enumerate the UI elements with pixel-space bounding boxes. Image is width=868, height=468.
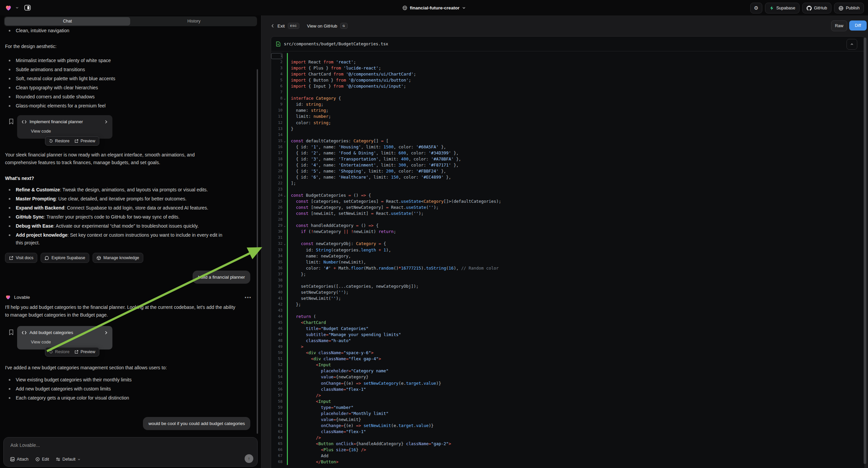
chat-history-tabs: Chat History: [4, 17, 257, 26]
assistant-header: Lovable •••: [5, 294, 253, 300]
preview-button[interactable]: Preview: [74, 350, 95, 354]
fold-chevron-icon: [282, 265, 287, 271]
fold-chevron-icon[interactable]: ⌄: [282, 138, 287, 144]
raw-toggle-button[interactable]: Raw: [831, 21, 847, 31]
view-on-github-button[interactable]: View on GitHub G: [307, 21, 348, 31]
code-text: placeholder="Category name": [288, 368, 389, 374]
settings-button[interactable]: ⚙: [750, 3, 762, 13]
version-card-add-budget-categories[interactable]: Add budget categories View code: [17, 326, 113, 350]
code-text: limit: number;: [288, 114, 331, 119]
line-number: 55: [271, 380, 282, 386]
code-text: />: [288, 392, 321, 399]
line-number: 41: [271, 295, 282, 301]
code-editor[interactable]: 12import React from 'react';3import { Pl…: [271, 51, 865, 468]
code-line: 2import React from 'react';: [271, 59, 865, 65]
code-line: 52 <Input: [271, 362, 865, 368]
code-text: [288, 277, 291, 283]
fold-chevron-icon[interactable]: ⌄: [282, 95, 287, 101]
code-text: [288, 216, 291, 223]
code-text: setNewLimit('');: [288, 295, 341, 301]
restore-button[interactable]: Restore: [49, 139, 69, 143]
fold-chevron-icon: [282, 350, 287, 356]
code-line: 66 <Plus size={16} />: [271, 447, 865, 453]
more-options-icon[interactable]: •••: [245, 295, 252, 300]
code-text: color: string;: [288, 120, 331, 126]
fold-chevron-icon: [282, 101, 287, 108]
code-line: 7: [271, 89, 865, 95]
model-selector[interactable]: Default: [53, 455, 83, 463]
view-code-link[interactable]: View code: [31, 128, 51, 134]
assistant-message: Your sleek financial planner is now read…: [5, 151, 220, 167]
restore-button[interactable]: Restore: [49, 350, 69, 354]
line-number: 26: [271, 204, 282, 210]
line-number: 13: [271, 126, 282, 132]
restore-icon: [49, 350, 53, 354]
exit-button[interactable]: Exit ESC: [277, 21, 299, 31]
line-number: 16: [271, 144, 282, 150]
code-text: id: String(categories.length + 1),: [288, 247, 391, 253]
back-chevron-icon[interactable]: [271, 21, 275, 31]
code-line: 23: [271, 186, 865, 193]
code-scrollbar[interactable]: [864, 38, 866, 464]
line-number: 1: [271, 53, 282, 59]
chevron-down-icon[interactable]: [16, 6, 19, 9]
project-name: financial-future-creator: [410, 5, 460, 10]
preview-button[interactable]: Preview: [74, 139, 95, 143]
code-text: className="h-auto": [288, 338, 351, 344]
file-header[interactable]: src/components/budget/BudgetCategories.t…: [271, 37, 865, 51]
github-button[interactable]: GitHub: [802, 3, 831, 13]
fold-chevron-icon: [282, 386, 287, 392]
code-icon: [22, 120, 27, 124]
code-line: 24⌄const BudgetCategories = () => {: [271, 193, 865, 198]
fold-chevron-icon: [282, 441, 287, 447]
code-icon: [22, 331, 27, 335]
manage-knowledge-button[interactable]: Manage knowledge: [93, 253, 143, 263]
fold-chevron-icon: [282, 168, 287, 174]
collapse-file-button[interactable]: [846, 39, 857, 50]
lovable-heart-icon[interactable]: [5, 4, 12, 11]
fold-chevron-icon: [282, 53, 287, 59]
bookmark-icon[interactable]: [9, 118, 14, 124]
chat-scrollbar[interactable]: [257, 69, 258, 434]
panel-toggle-icon[interactable]: [24, 4, 31, 11]
project-switcher[interactable]: financial-future-creator: [402, 0, 466, 16]
fold-chevron-icon[interactable]: ⌄: [282, 223, 287, 229]
publish-button[interactable]: Publish: [834, 3, 864, 13]
code-text: <div className="space-y-6">: [288, 350, 373, 356]
line-number: 44: [271, 314, 282, 320]
code-text: [288, 235, 291, 241]
fold-chevron-icon[interactable]: ⌄: [282, 193, 287, 198]
explore-supabase-button[interactable]: Explore Supabase: [40, 253, 89, 263]
send-button[interactable]: ↑: [245, 454, 253, 463]
code-line: 49 >: [271, 344, 865, 350]
edit-mode-button[interactable]: Edit: [33, 455, 51, 463]
tab-history[interactable]: History: [131, 17, 257, 26]
chat-input[interactable]: [10, 442, 212, 448]
package-icon: [97, 256, 101, 260]
line-number: 27: [271, 210, 282, 216]
bookmark-icon[interactable]: [9, 329, 14, 335]
diff-toggle-button[interactable]: Diff: [849, 21, 867, 31]
fold-chevron-icon[interactable]: ⌄: [282, 241, 287, 247]
line-number: 47: [271, 332, 282, 338]
view-code-link[interactable]: View code: [31, 340, 51, 345]
version-card-implement-financial-planner[interactable]: Implement financial planner View code: [17, 115, 113, 139]
line-number: 7: [271, 89, 282, 95]
supabase-button[interactable]: Supabase: [765, 3, 800, 13]
visit-docs-button[interactable]: Visit docs: [5, 253, 37, 263]
code-line: 15⌄const defaultCategories: Category[] =…: [271, 138, 865, 144]
attach-button[interactable]: Attach: [8, 455, 31, 463]
code-text: { id: '4', name: 'Entertainment', limit:…: [288, 162, 459, 168]
code-line: 65 <Button onClick={handleAddCategory} c…: [271, 441, 865, 447]
line-number: 48: [271, 338, 282, 344]
external-link-icon: [74, 350, 79, 354]
code-line: 27 const [newLimit, setNewLimit] = React…: [271, 210, 865, 216]
code-text: }: [288, 126, 293, 132]
external-link-icon: [74, 139, 79, 143]
tab-chat[interactable]: Chat: [4, 17, 131, 26]
line-number: 23: [271, 186, 282, 193]
code-line: 51 <div className="flex gap-4">: [271, 356, 865, 362]
code-line: 58 <Input: [271, 399, 865, 405]
code-line: 64 />: [271, 435, 865, 441]
version-card-2-group: Add budget categories View code Restore …: [0, 326, 141, 359]
